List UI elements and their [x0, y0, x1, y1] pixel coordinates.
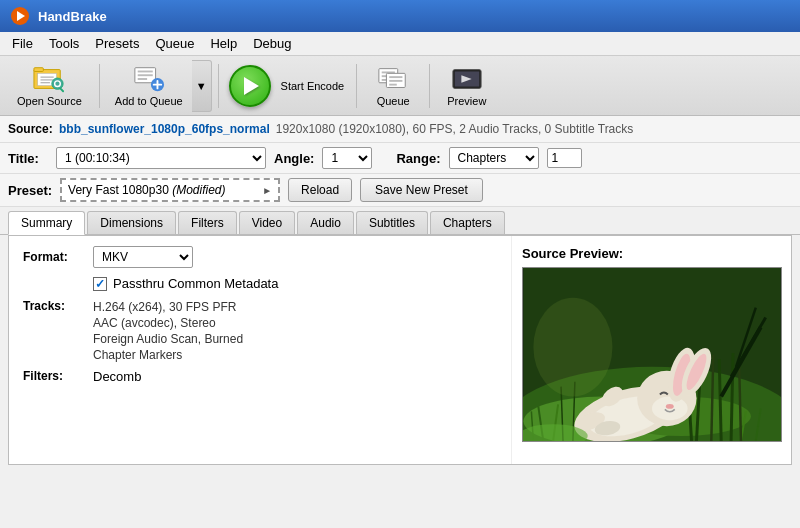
- svg-rect-14: [137, 78, 146, 80]
- format-select[interactable]: MKV: [93, 246, 193, 268]
- preset-arrow-icon: ►: [262, 185, 272, 196]
- add-queue-icon: [133, 65, 165, 93]
- content-area: Format: MKV ✓ Passthru Common Metadata T…: [8, 235, 792, 465]
- title-bar: HandBrake: [0, 0, 800, 32]
- preset-label: Preset:: [8, 183, 52, 198]
- tab-filters[interactable]: Filters: [178, 211, 237, 234]
- svg-point-50: [666, 404, 674, 409]
- open-source-label: Open Source: [17, 95, 82, 107]
- preview-icon: [451, 65, 483, 93]
- preset-row: Preset: Very Fast 1080p30 (Modified) ► R…: [0, 174, 800, 207]
- tab-summary[interactable]: Summary: [8, 211, 85, 235]
- app-title: HandBrake: [38, 9, 107, 24]
- preset-selector[interactable]: Very Fast 1080p30 (Modified) ►: [60, 178, 280, 202]
- divider-3: [356, 64, 357, 108]
- tab-video[interactable]: Video: [239, 211, 295, 234]
- source-meta: 1920x1080 (1920x1080), 60 FPS, 2 Audio T…: [276, 122, 634, 136]
- tab-audio[interactable]: Audio: [297, 211, 354, 234]
- svg-rect-23: [389, 76, 402, 78]
- open-source-button[interactable]: Open Source: [6, 60, 93, 112]
- tracks-row: Tracks: H.264 (x264), 30 FPS PFR AAC (av…: [23, 299, 497, 363]
- menu-queue[interactable]: Queue: [147, 34, 202, 53]
- svg-rect-3: [34, 67, 43, 71]
- app-icon: [10, 6, 30, 26]
- toolbar: Open Source Add to Queue ▼: [0, 56, 800, 116]
- title-select[interactable]: 1 (00:10:34): [56, 147, 266, 169]
- source-label: Source:: [8, 122, 53, 136]
- title-label: Title:: [8, 151, 48, 166]
- tracks-list: H.264 (x264), 30 FPS PFR AAC (avcodec), …: [93, 299, 243, 363]
- save-new-preset-button[interactable]: Save New Preset: [360, 178, 483, 202]
- queue-icon: [377, 65, 409, 93]
- menu-bar: File Tools Presets Queue Help Debug: [0, 32, 800, 56]
- svg-line-42: [731, 353, 733, 441]
- range-start-input[interactable]: 1: [547, 148, 582, 168]
- filters-row: Filters: Decomb: [23, 369, 497, 384]
- checkmark-icon: ✓: [95, 277, 105, 291]
- menu-debug[interactable]: Debug: [245, 34, 299, 53]
- range-label: Range:: [396, 151, 440, 166]
- metadata-label: Passthru Common Metadata: [113, 276, 278, 291]
- preset-modified: (Modified): [172, 183, 225, 197]
- menu-help[interactable]: Help: [202, 34, 245, 53]
- track-item: H.264 (x264), 30 FPS PFR: [93, 299, 243, 315]
- divider-1: [99, 64, 100, 108]
- track-item: Foreign Audio Scan, Burned: [93, 331, 243, 347]
- preset-name: Very Fast 1080p30 (Modified): [68, 183, 225, 197]
- angle-select[interactable]: 1: [322, 147, 372, 169]
- tabs-container: Summary Dimensions Filters Video Audio S…: [0, 207, 800, 235]
- queue-label: Queue: [377, 95, 410, 107]
- title-row: Title: 1 (00:10:34) Angle: 1 Range: Chap…: [0, 143, 800, 174]
- open-source-icon: [33, 65, 65, 93]
- queue-button[interactable]: Queue: [363, 60, 423, 112]
- metadata-checkbox[interactable]: ✓: [93, 277, 107, 291]
- format-label: Format:: [23, 250, 83, 264]
- dropdown-arrow-icon: ▼: [196, 80, 207, 92]
- preview-section-label: Source Preview:: [522, 246, 781, 261]
- add-to-queue-label: Add to Queue: [115, 95, 183, 107]
- angle-label: Angle:: [274, 151, 314, 166]
- svg-rect-12: [137, 70, 152, 72]
- source-info: Source: bbb_sunflower_1080p_60fps_normal…: [0, 116, 800, 143]
- filters-value: Decomb: [93, 369, 141, 384]
- reload-button[interactable]: Reload: [288, 178, 352, 202]
- svg-point-8: [52, 78, 63, 89]
- range-select[interactable]: Chapters: [449, 147, 539, 169]
- svg-rect-13: [137, 74, 152, 76]
- preview-label: Preview: [447, 95, 486, 107]
- divider-2: [218, 64, 219, 108]
- tab-dimensions[interactable]: Dimensions: [87, 211, 176, 234]
- play-icon: [244, 77, 259, 95]
- tab-subtitles[interactable]: Subtitles: [356, 211, 428, 234]
- menu-file[interactable]: File: [4, 34, 41, 53]
- summary-right: Source Preview:: [511, 236, 791, 464]
- source-filename: bbb_sunflower_1080p_60fps_normal: [59, 122, 270, 136]
- tab-chapters[interactable]: Chapters: [430, 211, 505, 234]
- menu-tools[interactable]: Tools: [41, 34, 87, 53]
- svg-line-9: [61, 88, 64, 91]
- divider-4: [429, 64, 430, 108]
- track-item: AAC (avcodec), Stereo: [93, 315, 243, 331]
- start-encode-button[interactable]: [229, 65, 271, 107]
- add-to-queue-dropdown[interactable]: ▼: [192, 60, 212, 112]
- format-row: Format: MKV: [23, 246, 497, 268]
- preview-button[interactable]: Preview: [436, 60, 497, 112]
- track-item: Chapter Markers: [93, 347, 243, 363]
- add-to-queue-group: Add to Queue ▼: [106, 60, 212, 112]
- tracks-label: Tracks:: [23, 299, 83, 313]
- svg-rect-24: [389, 79, 402, 81]
- metadata-row: ✓ Passthru Common Metadata: [93, 276, 497, 291]
- filters-label: Filters:: [23, 369, 83, 383]
- svg-rect-25: [389, 83, 397, 85]
- menu-presets[interactable]: Presets: [87, 34, 147, 53]
- svg-point-61: [533, 298, 612, 397]
- svg-line-41: [719, 359, 721, 441]
- start-encode-label: Start Encode: [281, 80, 345, 92]
- add-to-queue-button[interactable]: Add to Queue: [106, 60, 192, 112]
- preview-image: [522, 267, 782, 442]
- summary-left: Format: MKV ✓ Passthru Common Metadata T…: [9, 236, 511, 464]
